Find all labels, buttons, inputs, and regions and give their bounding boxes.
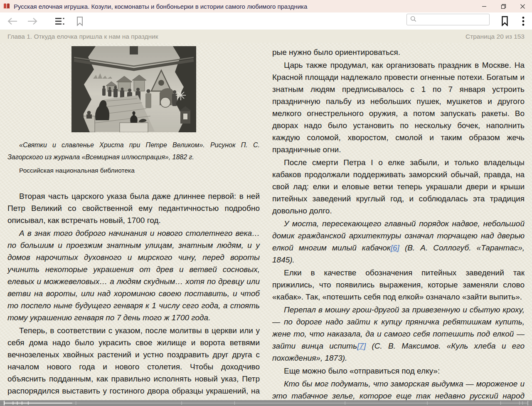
paragraph: Теперь, в соответствии с указом, после м… bbox=[7, 324, 260, 400]
left-column: «Святки и славленье Христа при Петре Вел… bbox=[7, 43, 260, 400]
toolbar bbox=[0, 12, 532, 30]
chapter-title: Глава 1. Откуда елочка пришла к нам на п… bbox=[7, 33, 158, 40]
footnote-link-6[interactable]: [6] bbox=[391, 243, 399, 252]
search-input[interactable] bbox=[416, 14, 495, 25]
add-bookmark-button[interactable] bbox=[496, 12, 513, 30]
paragraph: Царь также продумал, как организовать пр… bbox=[272, 59, 525, 156]
quote-paragraph: Кто бы мог подумать, что заморская выдум… bbox=[272, 378, 525, 400]
paragraph: Вторая часть царского указа была даже дл… bbox=[7, 190, 260, 226]
menu-button[interactable] bbox=[516, 12, 530, 30]
bookmark-icon bbox=[501, 16, 509, 26]
bookmark-outline-icon bbox=[76, 16, 84, 26]
engraving-image bbox=[71, 46, 196, 132]
restore-button[interactable] bbox=[494, 0, 513, 12]
paragraph: Елки в качестве обозначения питейных зав… bbox=[272, 267, 525, 303]
quote-paragraph: Перепал в мошну грош-другой за привезенн… bbox=[272, 304, 525, 364]
arrow-right-icon bbox=[27, 17, 38, 25]
page-header: Глава 1. Откуда елочка пришла к нам на п… bbox=[0, 30, 532, 43]
window-title: Русская елочная игрушка. Козули, космона… bbox=[14, 3, 307, 10]
kebab-menu-icon bbox=[522, 16, 525, 26]
search-box bbox=[406, 14, 490, 25]
figure-caption: «Святки и славленье Христа при Петре Вел… bbox=[7, 139, 260, 163]
quote-paragraph: У моста, пересекающего главный порядок н… bbox=[272, 218, 525, 266]
paragraph: После смерти Петра I о елке забыли, и то… bbox=[272, 156, 525, 217]
book-illustration bbox=[7, 46, 260, 134]
right-column: рые нужно было ориентироваться. Царь так… bbox=[272, 46, 525, 400]
restore-window-icon bbox=[501, 4, 506, 9]
reading-progress-slider[interactable] bbox=[0, 400, 532, 406]
footnote-link-7[interactable]: [7] bbox=[357, 342, 366, 350]
arrow-left-icon bbox=[7, 17, 18, 25]
minimize-icon bbox=[482, 4, 487, 9]
magnifier-icon bbox=[410, 16, 416, 24]
quote-paragraph: А в знак того доброго начинания и нового… bbox=[7, 227, 260, 324]
table-of-contents-icon bbox=[54, 17, 65, 26]
minimize-button[interactable] bbox=[475, 0, 494, 12]
app-book-icon bbox=[3, 2, 10, 10]
contents-button[interactable] bbox=[52, 14, 67, 28]
close-button[interactable] bbox=[513, 0, 532, 12]
title-bar: Русская елочная игрушка. Козули, космона… bbox=[0, 0, 532, 12]
window-controls bbox=[475, 0, 532, 12]
page-indicator: Страница 20 из 153 bbox=[466, 33, 525, 40]
paragraph: рые нужно было ориентироваться. bbox=[272, 46, 525, 58]
paragraph: Еще можно было «отправиться под елку»: bbox=[272, 365, 525, 377]
forward-button[interactable] bbox=[25, 14, 40, 28]
bookmarks-list-button[interactable] bbox=[72, 14, 87, 28]
close-icon bbox=[520, 4, 525, 9]
book-page: «Святки и славленье Христа при Петре Вел… bbox=[0, 43, 532, 400]
figure-source: Российская национальная библиотека bbox=[7, 166, 260, 174]
back-button[interactable] bbox=[5, 14, 20, 28]
